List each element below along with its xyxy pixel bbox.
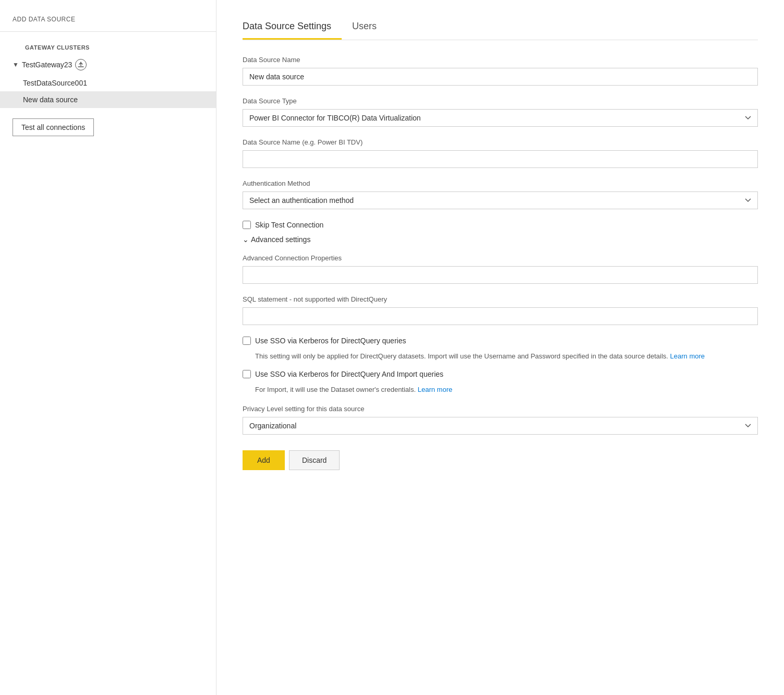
- sso-kerberos-direct-label[interactable]: Use SSO via Kerberos for DirectQuery que…: [255, 337, 406, 345]
- privacy-level-group: Privacy Level setting for this data sour…: [243, 405, 758, 435]
- tab-bar: Data Source Settings Users: [243, 16, 758, 40]
- chevron-down-icon: ▼: [13, 61, 19, 68]
- sso-kerberos-direct-learn-more-link[interactable]: Learn more: [670, 352, 705, 360]
- sso-kerberos-import-learn-more-link[interactable]: Learn more: [418, 386, 452, 393]
- sql-statement-label: SQL statement - not supported with Direc…: [243, 295, 758, 303]
- test-all-connections-button[interactable]: Test all connections: [13, 118, 94, 136]
- sso-kerberos-direct-checkbox-group: Use SSO via Kerberos for DirectQuery que…: [243, 337, 758, 345]
- advanced-connection-group: Advanced Connection Properties: [243, 254, 758, 284]
- sso-kerberos-direct-info: This setting will only be applied for Di…: [243, 351, 758, 362]
- data-source-type-label: Data Source Type: [243, 97, 758, 105]
- tab-data-source-settings[interactable]: Data Source Settings: [243, 16, 342, 40]
- advanced-connection-input[interactable]: [243, 266, 758, 284]
- chevron-down-small-icon: ⌄: [243, 235, 249, 244]
- data-source-name2-input[interactable]: [243, 150, 758, 168]
- skip-test-connection-group: Skip Test Connection: [243, 221, 758, 229]
- sso-kerberos-import-group: Use SSO via Kerberos for DirectQuery And…: [243, 370, 758, 395]
- gateway-name-label: TestGateway23: [22, 61, 73, 69]
- sidebar-item-testdatasource001[interactable]: TestDataSource001: [0, 75, 216, 91]
- auth-method-group: Authentication Method Select an authenti…: [243, 179, 758, 209]
- sso-kerberos-direct-group: Use SSO via Kerberos for DirectQuery que…: [243, 337, 758, 362]
- advanced-settings-toggle[interactable]: ⌄ Advanced settings: [243, 235, 758, 244]
- data-source-name-input[interactable]: [243, 68, 758, 86]
- data-source-name2-group: Data Source Name (e.g. Power BI TDV): [243, 138, 758, 168]
- data-source-name-label: Data Source Name: [243, 56, 758, 64]
- sidebar: ADD DATA SOURCE GATEWAY CLUSTERS ▼ TestG…: [0, 0, 216, 695]
- data-source-name2-label: Data Source Name (e.g. Power BI TDV): [243, 138, 758, 146]
- discard-button[interactable]: Discard: [289, 450, 340, 470]
- gateway-clusters-title: GATEWAY CLUSTERS: [13, 40, 203, 53]
- auth-method-select[interactable]: Select an authentication method: [243, 191, 758, 209]
- sql-statement-group: SQL statement - not supported with Direc…: [243, 295, 758, 325]
- auth-method-label: Authentication Method: [243, 179, 758, 187]
- sso-kerberos-import-info: For Import, it will use the Dataset owne…: [243, 385, 758, 395]
- advanced-connection-label: Advanced Connection Properties: [243, 254, 758, 262]
- data-source-name-group: Data Source Name: [243, 56, 758, 86]
- data-source-type-select[interactable]: Power BI Connector for TIBCO(R) Data Vir…: [243, 109, 758, 127]
- sso-kerberos-import-checkbox-group: Use SSO via Kerberos for DirectQuery And…: [243, 370, 758, 378]
- gateway-cluster-item[interactable]: ▼ TestGateway23: [0, 55, 216, 75]
- advanced-settings-label: Advanced settings: [251, 235, 310, 244]
- privacy-level-select[interactable]: None Private Organizational Public: [243, 417, 758, 435]
- tab-users[interactable]: Users: [352, 16, 387, 40]
- privacy-level-label: Privacy Level setting for this data sour…: [243, 405, 758, 413]
- skip-test-connection-label[interactable]: Skip Test Connection: [255, 221, 323, 229]
- cloud-upload-icon: [75, 59, 87, 70]
- sql-statement-input[interactable]: [243, 307, 758, 325]
- data-source-form: Data Source Name Data Source Type Power …: [243, 56, 758, 470]
- sso-kerberos-import-checkbox[interactable]: [243, 370, 251, 378]
- sso-kerberos-import-label[interactable]: Use SSO via Kerberos for DirectQuery And…: [255, 370, 443, 378]
- sidebar-item-new-data-source[interactable]: New data source: [0, 91, 216, 108]
- add-button[interactable]: Add: [243, 450, 285, 470]
- main-content: Data Source Settings Users Data Source N…: [216, 0, 784, 695]
- add-data-source-title: ADD DATA SOURCE: [0, 10, 216, 32]
- data-source-type-group: Data Source Type Power BI Connector for …: [243, 97, 758, 127]
- form-actions: Add Discard: [243, 450, 758, 470]
- sso-kerberos-direct-checkbox[interactable]: [243, 337, 251, 345]
- skip-test-connection-checkbox[interactable]: [243, 221, 251, 229]
